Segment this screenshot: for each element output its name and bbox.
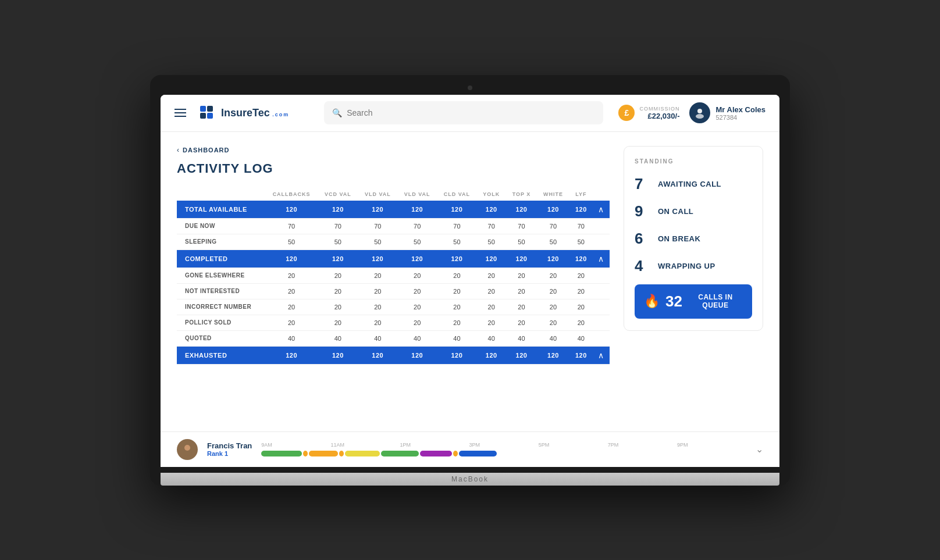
logo-text-area: InsureTec .com	[221, 107, 289, 119]
breadcrumb[interactable]: ‹ DASHBOARD	[177, 146, 610, 154]
commission-badge: £ COMMISSION £22,030/-	[618, 105, 679, 121]
coin-icon: £	[618, 105, 635, 121]
collapse-button[interactable]: ∧	[598, 254, 604, 263]
laptop-frame: InsureTec .com 🔍 £ COMMISSION £22,030/-	[150, 75, 790, 486]
svg-point-5	[696, 114, 704, 119]
standing-item-awaiting: 7 AWAITING CALL	[635, 175, 752, 193]
timeline-bars	[261, 450, 746, 457]
page-title: ACTIVITY LOG	[177, 161, 610, 176]
tbar-dot-1	[303, 451, 308, 456]
col-header-label	[177, 188, 265, 201]
menu-button[interactable]	[175, 109, 186, 117]
tl-9pm: 9PM	[677, 442, 746, 448]
agent-avatar	[177, 439, 198, 460]
tbar-dot-3	[453, 451, 458, 456]
awaiting-label: AWAITING CALL	[658, 180, 721, 188]
svg-rect-1	[207, 106, 213, 112]
laptop-brand: MacBook	[451, 475, 489, 483]
user-info: Mr Alex Coles 527384	[716, 105, 766, 121]
col-header-lyf: LYF	[569, 188, 593, 201]
timeline: 9AM 11AM 1PM 3PM 5PM 7PM 9PM	[261, 442, 746, 457]
col-header-action	[593, 188, 610, 201]
wrapping-count: 4	[635, 257, 651, 275]
col-header-yolk: YOLK	[477, 188, 506, 201]
standing-item-onbreak: 6 ON BREAK	[635, 230, 752, 248]
agent-rank: Rank 1	[207, 450, 252, 457]
table-row: QUOTED404040404040404040	[177, 330, 610, 346]
search-bar[interactable]: 🔍	[324, 101, 603, 124]
laptop-screen: InsureTec .com 🔍 £ COMMISSION £22,030/-	[161, 95, 779, 467]
commission-text: COMMISSION £22,030/-	[639, 106, 679, 120]
tbar-1	[261, 451, 302, 456]
col-header-callbacks: CALLBACKS	[265, 188, 318, 201]
logo-name: InsureTec	[221, 107, 270, 119]
search-input[interactable]	[347, 108, 595, 117]
table-row: NOT INTERESTED202020202020202020	[177, 283, 610, 299]
table-row: DUE NOW707070707070707070	[177, 218, 610, 234]
tbar-3	[345, 451, 380, 456]
standing-item-oncall: 9 ON CALL	[635, 202, 752, 220]
table-header-row: CALLBACKS VCD VAL VLD VAL VLD VAL CLD VA…	[177, 188, 610, 201]
queue-label: CALLS IN QUEUE	[688, 293, 743, 309]
table-row: COMPLETED120120120120120120120120120∧	[177, 249, 610, 267]
content-area: ‹ DASHBOARD ACTIVITY LOG CALLBACKS VCD V…	[161, 132, 779, 431]
commission-label: COMMISSION	[639, 106, 679, 112]
tl-1pm: 1PM	[400, 442, 469, 448]
avatar	[689, 102, 710, 123]
col-header-vld2: VLD VAL	[397, 188, 437, 201]
user-id: 527384	[716, 114, 766, 121]
standing-panel: STANDING 7 AWAITING CALL 9 ON CALL 6 ON …	[624, 146, 763, 331]
col-header-topx: TOP X	[506, 188, 537, 201]
user-name: Mr Alex Coles	[716, 105, 766, 114]
standing-title: STANDING	[635, 158, 752, 165]
app-container: InsureTec .com 🔍 £ COMMISSION £22,030/-	[161, 95, 779, 467]
oncall-count: 9	[635, 202, 651, 220]
collapse-button[interactable]: ∧	[598, 351, 604, 360]
logo: InsureTec .com	[198, 104, 289, 122]
tbar-6	[459, 451, 497, 456]
table-row: SLEEPING505050505050505050	[177, 234, 610, 249]
calls-queue-button[interactable]: 🔥 32 CALLS IN QUEUE	[635, 284, 752, 319]
awaiting-count: 7	[635, 175, 651, 193]
header-right: £ COMMISSION £22,030/-	[618, 102, 765, 123]
oncall-label: ON CALL	[658, 207, 693, 216]
timeline-labels: 9AM 11AM 1PM 3PM 5PM 7PM 9PM	[261, 442, 746, 448]
agent-name: Francis Tran	[207, 441, 252, 450]
user-area[interactable]: Mr Alex Coles 527384	[689, 102, 766, 123]
svg-rect-2	[200, 113, 206, 119]
laptop-base: MacBook	[161, 473, 779, 486]
table-row: EXHAUSTED120120120120120120120120120∧	[177, 346, 610, 364]
svg-rect-3	[207, 113, 213, 119]
header: InsureTec .com 🔍 £ COMMISSION £22,030/-	[161, 95, 779, 132]
tbar-4	[381, 451, 419, 456]
main-panel: ‹ DASHBOARD ACTIVITY LOG CALLBACKS VCD V…	[177, 146, 610, 418]
tbar-5	[420, 451, 452, 456]
table-row: TOTAL AVAILABLE1201201201201201201201201…	[177, 201, 610, 219]
footer-bar: Francis Tran Rank 1 9AM 11AM 1PM 3PM 5PM…	[161, 431, 779, 467]
logo-sub: .com	[272, 112, 289, 117]
tl-5pm: 5PM	[539, 442, 608, 448]
onbreak-label: ON BREAK	[658, 234, 700, 243]
commission-value: £22,030/-	[639, 112, 679, 120]
svg-rect-0	[200, 106, 206, 112]
wrapping-label: WRAPPING UP	[658, 262, 715, 270]
activity-table: CALLBACKS VCD VAL VLD VAL VLD VAL CLD VA…	[177, 188, 610, 365]
logo-icon	[198, 104, 216, 122]
tl-9am: 9AM	[261, 442, 330, 448]
standing-item-wrapping: 4 WRAPPING UP	[635, 257, 752, 275]
onbreak-count: 6	[635, 230, 651, 248]
fire-icon: 🔥	[644, 294, 660, 309]
collapse-button[interactable]: ∧	[598, 205, 604, 214]
col-header-vld1: VLD VAL	[358, 188, 397, 201]
tl-7pm: 7PM	[608, 442, 677, 448]
col-header-white: WHITE	[537, 188, 569, 201]
table-row: GONE ELSEWHERE202020202020202020	[177, 267, 610, 283]
tbar-dot-2	[339, 451, 344, 456]
tl-3pm: 3PM	[469, 442, 539, 448]
tl-11am: 11AM	[330, 442, 400, 448]
timeline-expand-icon[interactable]: ⌄	[756, 444, 763, 455]
svg-point-7	[183, 451, 192, 456]
laptop-camera	[468, 85, 472, 90]
svg-point-6	[184, 445, 190, 451]
table-row: INCORRECT NUMBER202020202020202020	[177, 299, 610, 315]
